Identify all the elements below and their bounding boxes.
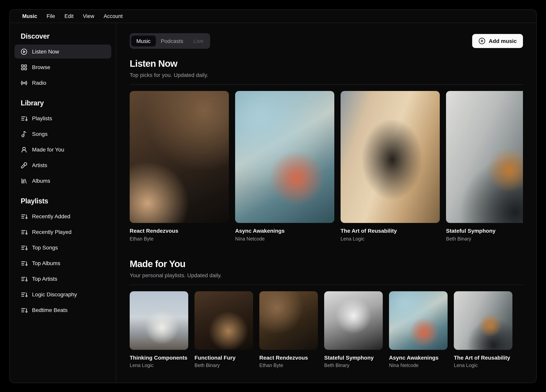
- section-title-made-for-you: Made for You: [130, 258, 523, 269]
- sidebar-item-label: Recently Added: [32, 213, 70, 219]
- listen-now-row: React Rendezvous Ethan Byte Async Awaken…: [130, 91, 523, 242]
- playlist-title: React Rendezvous: [259, 354, 318, 361]
- sidebar-item-songs[interactable]: Songs: [14, 127, 111, 141]
- menu-item-edit[interactable]: Edit: [60, 12, 78, 21]
- album-title: The Art of Reusability: [341, 228, 440, 234]
- sidebar-item-browse[interactable]: Browse: [14, 60, 111, 74]
- playlist-artist: Beth Binary: [195, 363, 253, 369]
- list-music-icon: [21, 307, 27, 313]
- sidebar-item-playlists[interactable]: Playlists: [14, 111, 111, 125]
- sidebar-item-radio[interactable]: Radio: [14, 76, 111, 90]
- sidebar-item-label: Browse: [32, 64, 50, 70]
- playlist-artist: Nina Netcode: [389, 363, 448, 369]
- sidebar-item-recently-played[interactable]: Recently Played: [14, 225, 111, 239]
- radio-icon: [21, 79, 27, 86]
- album-card-art-of-reusability[interactable]: The Art of Reusability Lena Logic: [341, 91, 440, 242]
- play-circle-icon: [21, 48, 27, 55]
- media-type-tabs: Music Podcasts Live: [130, 33, 210, 49]
- playlist-artist: Ethan Byte: [259, 363, 318, 369]
- sidebar-item-top-songs[interactable]: Top Songs: [14, 240, 111, 255]
- sidebar-item-artists[interactable]: Artists: [14, 158, 111, 172]
- section-subtitle-listen-now: Top picks for you. Updated daily.: [130, 72, 523, 78]
- sidebar-item-logic-discography[interactable]: Logic Discography: [14, 287, 111, 302]
- playlist-art: [324, 291, 383, 350]
- playlist-card-art-of-reusability[interactable]: The Art of Reusability Lena Logic: [454, 291, 512, 369]
- menu-item-view[interactable]: View: [78, 12, 99, 21]
- menu-item-file[interactable]: File: [42, 12, 60, 21]
- sidebar-item-listen-now[interactable]: Listen Now: [14, 45, 111, 58]
- album-title: Stateful Symphony: [446, 228, 523, 234]
- playlist-card-async-awakenings[interactable]: Async Awakenings Nina Netcode: [389, 291, 448, 369]
- sidebar: Discover Listen Now Browse Radio: [10, 23, 116, 383]
- sidebar-item-made-for-you[interactable]: Made for You: [14, 142, 111, 157]
- sidebar-item-label: Bedtime Beats: [32, 307, 68, 313]
- sidebar-item-label: Logic Discography: [32, 291, 77, 297]
- sidebar-item-label: Artists: [32, 162, 47, 168]
- playlist-title: Stateful Symphony: [324, 354, 383, 361]
- layout-grid-icon: [21, 64, 27, 71]
- content-area: Discover Listen Now Browse Radio: [10, 23, 536, 383]
- album-art: [130, 91, 229, 223]
- sidebar-item-label: Songs: [32, 131, 47, 137]
- playlist-art: [454, 291, 512, 350]
- album-card-async-awakenings[interactable]: Async Awakenings Nina Netcode: [235, 91, 334, 242]
- sidebar-section-playlists: Playlists Recently Added Recently Played…: [10, 192, 116, 321]
- user-icon: [21, 146, 27, 153]
- music-app-window: Music File Edit View Account Discover Li…: [0, 0, 546, 392]
- made-for-you-header: Made for You Your personal playlists. Up…: [130, 258, 523, 278]
- section-title-listen-now: Listen Now: [130, 58, 523, 69]
- list-music-icon: [21, 260, 27, 266]
- sidebar-item-albums[interactable]: Albums: [14, 174, 111, 188]
- tab-podcasts[interactable]: Podcasts: [156, 36, 188, 46]
- separator: [130, 284, 523, 285]
- playlist-artist: Lena Logic: [454, 363, 512, 369]
- menu-item-music[interactable]: Music: [18, 12, 42, 21]
- sidebar-heading-playlists: Playlists: [14, 197, 111, 205]
- sidebar-item-top-albums[interactable]: Top Albums: [14, 256, 111, 270]
- sidebar-section-discover: Discover Listen Now Browse Radio: [10, 27, 116, 94]
- playlist-card-react-rendezvous[interactable]: React Rendezvous Ethan Byte: [259, 291, 318, 369]
- album-art: [235, 91, 334, 223]
- playlist-art: [195, 291, 253, 350]
- album-artist: Ethan Byte: [130, 236, 229, 242]
- list-music-icon: [21, 213, 27, 220]
- album-title: React Rendezvous: [130, 228, 229, 234]
- playlist-title: The Art of Reusability: [454, 354, 512, 361]
- menu-item-account[interactable]: Account: [99, 12, 128, 21]
- tab-music[interactable]: Music: [131, 36, 156, 46]
- listen-now-header: Listen Now Top picks for you. Updated da…: [130, 58, 523, 78]
- list-music-icon: [21, 291, 27, 298]
- album-artist: Nina Netcode: [235, 236, 334, 242]
- library-icon: [21, 177, 27, 184]
- playlist-art: [389, 291, 448, 350]
- album-card-react-rendezvous[interactable]: React Rendezvous Ethan Byte: [130, 91, 229, 242]
- album-art: [341, 91, 440, 223]
- app-panel: Music File Edit View Account Discover Li…: [9, 9, 537, 383]
- list-music-icon: [21, 244, 27, 251]
- album-title: Async Awakenings: [235, 228, 334, 234]
- sidebar-item-label: Top Artists: [32, 276, 57, 282]
- list-music-icon: [21, 115, 27, 122]
- playlist-card-thinking-components[interactable]: Thinking Components Lena Logic: [130, 291, 188, 369]
- sidebar-item-label: Listen Now: [32, 48, 59, 55]
- sidebar-section-library: Library Playlists Songs Made for You: [10, 94, 116, 192]
- sidebar-item-top-artists[interactable]: Top Artists: [14, 272, 111, 286]
- playlist-art: [130, 291, 188, 350]
- add-music-button[interactable]: Add music: [472, 34, 523, 48]
- main-header-row: Music Podcasts Live Add music: [130, 33, 523, 49]
- sidebar-item-label: Recently Played: [32, 229, 72, 235]
- album-card-stateful-symphony[interactable]: Stateful Symphony Beth Binary: [446, 91, 523, 242]
- playlist-title: Async Awakenings: [389, 354, 448, 361]
- playlist-card-functional-fury[interactable]: Functional Fury Beth Binary: [195, 291, 253, 369]
- sidebar-item-label: Top Albums: [32, 260, 60, 266]
- sidebar-item-recently-added[interactable]: Recently Added: [14, 209, 111, 223]
- plus-circle-icon: [479, 38, 486, 45]
- music-note-icon: [21, 131, 27, 137]
- sidebar-item-bedtime-beats[interactable]: Bedtime Beats: [14, 303, 111, 317]
- sidebar-item-label: Playlists: [32, 115, 52, 122]
- playlist-title: Functional Fury: [195, 354, 253, 361]
- sidebar-item-label: Top Songs: [32, 244, 58, 251]
- section-subtitle-made-for-you: Your personal playlists. Updated daily.: [130, 272, 523, 278]
- album-art: [446, 91, 523, 223]
- playlist-card-stateful-symphony[interactable]: Stateful Symphony Beth Binary: [324, 291, 383, 369]
